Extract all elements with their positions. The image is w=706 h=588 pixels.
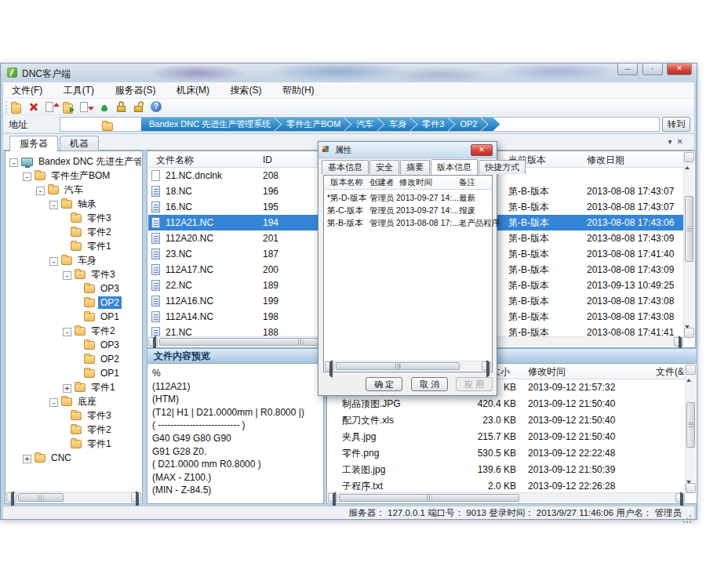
attachment-row[interactable]: 制品顶图.JPG420.4 KB2013-09-12 21:50:40: [328, 396, 685, 412]
version-row[interactable]: 第-B-版本管理员2013-08-08 17:...老产品程序: [324, 216, 492, 229]
nc-file-icon: [151, 296, 160, 307]
folder-icon: [84, 313, 95, 321]
send-folder-icon[interactable]: [63, 100, 77, 114]
tree-item[interactable]: -汽车: [6, 183, 141, 197]
checkin-file-icon[interactable]: [45, 100, 60, 114]
folder-tree: -Bandex DNC 先进生产管理系统 -零件生产BOM -汽车 -轴承 零件…: [6, 154, 141, 491]
close-button[interactable]: ✕: [667, 64, 692, 75]
menu-bar: 文件(F) 工具(T) 服务器(S) 机床(M) 搜索(S) 帮助(H): [3, 82, 694, 99]
unlock-icon[interactable]: [132, 100, 146, 114]
folder-icon: [71, 228, 82, 237]
version-list-header[interactable]: 版本名称 创建者 修改时间 备注: [324, 176, 492, 190]
tab-shortcut[interactable]: 快捷方式: [479, 160, 526, 174]
tree-item[interactable]: 零件3: [6, 211, 141, 225]
window-title: DNC客户端: [22, 67, 71, 81]
menu-tools[interactable]: 工具(T): [55, 82, 103, 99]
checkout-file-icon[interactable]: [80, 100, 94, 114]
tabstrip-dropdown-icon[interactable]: ▾: [668, 137, 677, 146]
tree-item-root[interactable]: -Bandex DNC 先进生产管理系统: [6, 154, 141, 169]
tab-security[interactable]: 安全: [369, 160, 399, 174]
tree-item[interactable]: OP1: [6, 366, 141, 380]
nc-file-icon: [151, 280, 160, 291]
breadcrumb-bom[interactable]: 零件生产BOM: [275, 118, 351, 131]
breadcrumb: Bandex DNC 先进生产管理系统 零件生产BOM 汽车 车身 零件3 OP…: [141, 118, 500, 131]
tab-basic-info[interactable]: 基本信息: [322, 160, 369, 174]
nc-file-icon: [151, 217, 160, 228]
lock-icon[interactable]: [115, 100, 129, 114]
attachments-vertical-scrollbar[interactable]: [685, 365, 696, 493]
tree-item-cnc[interactable]: +CNC: [6, 451, 141, 465]
tree-item[interactable]: 零件1: [6, 239, 141, 253]
folder-icon: [84, 355, 95, 364]
tree-item[interactable]: 零件1: [6, 437, 141, 451]
delete-icon[interactable]: [28, 100, 42, 114]
tab-machine[interactable]: 机器: [60, 136, 99, 151]
tabstrip-close-icon[interactable]: ✕: [677, 137, 688, 146]
ok-button[interactable]: 确 定: [366, 377, 402, 391]
properties-dialog: 属性 ✕ 基本信息安全摘要版本信息快捷方式 版本名称 创建者 修改时间 备注 *…: [318, 141, 497, 396]
dialog-title: 属性: [335, 144, 352, 156]
maximize-button[interactable]: ▫: [642, 64, 663, 75]
folder-icon: [35, 454, 45, 463]
tree-item[interactable]: +零件1: [6, 380, 141, 394]
tree-item[interactable]: 零件2: [6, 225, 141, 239]
tree-item[interactable]: -底座: [6, 394, 141, 408]
attachment-row[interactable]: 夹具.jpg215.7 KB2013-09-12 21:50:40: [328, 429, 685, 445]
attachment-row[interactable]: 零件.png530.5 KB2013-09-12 22:22:48: [328, 445, 685, 462]
attachment-row[interactable]: 工装图.jpg139.6 KB2013-09-12 21:50:39: [328, 462, 685, 478]
version-list: 版本名称 创建者 修改时间 备注 *第-D-版本管理员2013-09-27 14…: [323, 175, 493, 372]
upload-icon[interactable]: [97, 100, 111, 114]
folder-icon: [71, 242, 82, 251]
folder-icon: [84, 341, 95, 350]
tree-item[interactable]: OP2: [6, 352, 141, 366]
tree-item[interactable]: -轴承: [6, 197, 141, 211]
new-folder-icon[interactable]: [11, 100, 25, 114]
breadcrumb-part3[interactable]: 零件3: [410, 118, 454, 131]
preview-band: 文件内容预览: [147, 348, 324, 364]
tree-item-selected[interactable]: OP2: [6, 296, 141, 310]
tree-item[interactable]: OP3: [6, 281, 141, 296]
nc-file-icon: [151, 311, 160, 322]
cancel-button[interactable]: 取 消: [411, 377, 448, 391]
server-icon: [21, 158, 33, 166]
toolbar: ?: [3, 99, 694, 115]
folder-icon: [84, 285, 95, 293]
menu-help[interactable]: 帮助(H): [274, 82, 323, 99]
attachments-horizontal-scrollbar[interactable]: [328, 492, 685, 503]
tree-item[interactable]: -零件3: [6, 267, 141, 281]
tab-summary[interactable]: 摘要: [400, 160, 430, 174]
menu-search[interactable]: 搜索(S): [221, 82, 270, 99]
tree-item[interactable]: OP1: [6, 310, 141, 324]
resize-grip[interactable]: [690, 515, 691, 517]
tree-horizontal-scrollbar[interactable]: [6, 492, 141, 503]
column-file-name: 文件名称: [156, 152, 194, 168]
dialog-horizontal-scrollbar[interactable]: [325, 361, 491, 371]
dialog-close-button[interactable]: ✕: [471, 144, 493, 156]
tree-item[interactable]: 零件2: [6, 423, 141, 437]
column-version-name: 版本名称: [330, 176, 363, 189]
attachment-row[interactable]: 配刀文件.xls23.0 KB2013-09-12 21:50:40: [328, 412, 685, 429]
tree-item[interactable]: -零件生产BOM: [6, 169, 141, 183]
go-button[interactable]: 转到: [662, 117, 690, 132]
breadcrumb-root[interactable]: Bandex DNC 先进生产管理系统: [141, 118, 281, 131]
tree-item[interactable]: -零件2: [6, 324, 141, 338]
menu-server[interactable]: 服务器(S): [107, 82, 165, 99]
help-icon[interactable]: ?: [149, 100, 163, 114]
version-row[interactable]: 第-C-版本管理员2013-09-27 14:...报废: [324, 204, 492, 216]
tab-server[interactable]: 服务器: [9, 136, 58, 151]
folder-icon: [71, 440, 82, 448]
address-field[interactable]: Bandex DNC 先进生产管理系统 零件生产BOM 汽车 车身 零件3 OP…: [60, 117, 660, 132]
folder-icon: [61, 200, 72, 209]
minimize-button[interactable]: —: [617, 64, 638, 75]
menu-machine[interactable]: 机床(M): [168, 82, 218, 99]
tree-item[interactable]: OP3: [6, 338, 141, 352]
version-row[interactable]: *第-D-版本管理员2013-09-27 14:...最新: [324, 191, 492, 204]
dialog-title-bar[interactable]: 属性 ✕: [318, 142, 497, 158]
file-list-vertical-scrollbar[interactable]: [683, 152, 694, 338]
tab-version-info[interactable]: 版本信息: [431, 159, 478, 175]
folder-icon: [75, 383, 86, 392]
tree-item[interactable]: 零件3: [6, 408, 141, 423]
menu-file[interactable]: 文件(F): [3, 82, 51, 99]
tree-item[interactable]: -车身: [6, 253, 141, 267]
app-icon: [7, 67, 17, 78]
